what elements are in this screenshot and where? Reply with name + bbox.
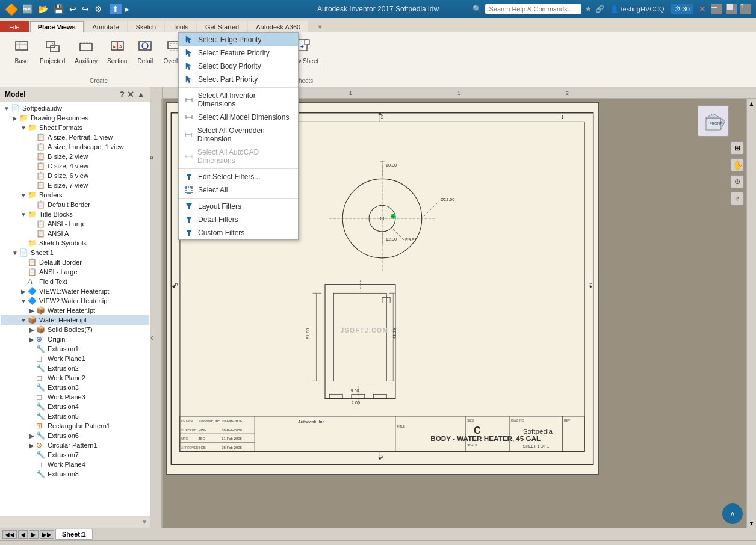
tree-item-work-plane1[interactable]: ◻ Work Plane1 bbox=[1, 354, 149, 363]
tree-item-work-plane4[interactable]: ◻ Work Plane4 bbox=[1, 460, 149, 469]
projected-button[interactable]: Projected bbox=[36, 36, 69, 67]
tree-item-drawing-resources[interactable]: ▶ 📁 Drawing Resources bbox=[1, 113, 149, 123]
tree-item-rect-pattern[interactable]: ⊞ Rectangular Pattern1 bbox=[1, 421, 149, 431]
tree-item-extrusion7[interactable]: 🔧 Extrusion7 bbox=[1, 450, 149, 460]
tree-item-circ-pattern[interactable]: ▶ ⊙ Circular Pattern1 bbox=[1, 440, 149, 450]
tree-item-field-text[interactable]: A Field Text bbox=[1, 277, 149, 286]
help-icon[interactable]: ? bbox=[120, 90, 125, 99]
menu-select-all-model[interactable]: Select All Model Dimensions bbox=[179, 111, 298, 124]
tree-item-title-blocks[interactable]: ▼ 📁 Title Blocks bbox=[1, 209, 149, 219]
restore-btn[interactable]: ⬜ bbox=[726, 4, 737, 14]
pattern-icon: ⊞ bbox=[36, 422, 46, 430]
svg-text:JSOFTJ.COM: JSOFTJ.COM bbox=[341, 327, 389, 334]
tree-item-solid-bodies[interactable]: ▶ 📦 Solid Bodies(7) bbox=[1, 325, 149, 334]
tree-item-extrusion2[interactable]: 🔧 Extrusion2 bbox=[1, 363, 149, 373]
tab-a360[interactable]: Autodesk A360 bbox=[248, 21, 308, 32]
tree-item-b-size[interactable]: 📋 B size, 2 view bbox=[1, 152, 149, 161]
tree-item-default-border[interactable]: 📋 Default Border bbox=[1, 200, 149, 209]
tree-item-work-plane2[interactable]: ◻ Work Plane2 bbox=[1, 373, 149, 383]
tree-item-water-heater2[interactable]: ▼ 📦 Water Heater.ipt bbox=[1, 315, 149, 325]
tree-item-d-size[interactable]: 📋 D size, 6 view bbox=[1, 171, 149, 180]
menu-select-all[interactable]: Select All bbox=[179, 183, 298, 197]
auxiliary-icon bbox=[78, 38, 94, 57]
right-scrollbar[interactable]: ▲ ▼ bbox=[746, 99, 756, 528]
tree-item-extrusion8[interactable]: 🔧 Extrusion8 bbox=[1, 469, 149, 479]
tree-item-sheet1[interactable]: ▼ 📄 Sheet:1 bbox=[1, 248, 149, 257]
section-button[interactable]: AA Section bbox=[104, 36, 131, 67]
menu-detail-filters[interactable]: Detail Filters bbox=[179, 213, 298, 226]
tree-item-a-landscape[interactable]: 📋 A size, Landscape, 1 view bbox=[1, 142, 149, 152]
section-icon: AA bbox=[110, 38, 125, 57]
workplane-icon: ◻ bbox=[36, 374, 46, 382]
menu-select-edge-priority[interactable]: Select Edge Priority bbox=[179, 33, 298, 46]
undo-btn[interactable]: ↩ bbox=[67, 3, 78, 15]
tree-item-sheet-formats[interactable]: ▼ 📁 Sheet Formats bbox=[1, 123, 149, 132]
close-panel-icon[interactable]: ✕ bbox=[127, 90, 134, 99]
open-btn[interactable]: 📂 bbox=[36, 3, 50, 15]
help-btn[interactable]: ? bbox=[740, 4, 751, 14]
tree-item-c-size[interactable]: 📋 C size, 4 view bbox=[1, 161, 149, 171]
nav-cube[interactable]: FRONT bbox=[698, 105, 729, 137]
tree-item-softpedia[interactable]: ▼ 📄 Softpedia.idw bbox=[1, 103, 149, 113]
tree-item-ansi-large[interactable]: 📋 ANSI - Large bbox=[1, 219, 149, 229]
sheet-tab-1[interactable]: Sheet:1 bbox=[55, 529, 93, 540]
save-btn[interactable]: 💾 bbox=[52, 3, 66, 15]
tree-item-ansi-large2[interactable]: 📋 ANSI - Large bbox=[1, 267, 149, 277]
menu-select-body-priority[interactable]: Select Body Priority bbox=[179, 60, 298, 73]
base-button[interactable]: Base bbox=[10, 36, 34, 67]
search-input[interactable] bbox=[485, 4, 581, 14]
sheet-nav-prev[interactable]: ◀ bbox=[18, 530, 28, 539]
tab-file[interactable]: File bbox=[0, 21, 29, 32]
tree-item-sketch-symbols[interactable]: 📁 Sketch Symbols bbox=[1, 238, 149, 248]
sheet-nav-left[interactable]: ◀◀ bbox=[2, 530, 17, 539]
menu-select-feature-priority[interactable]: Select Feature Priority bbox=[179, 46, 298, 60]
menu-layout-filters[interactable]: Layout Filters bbox=[179, 200, 298, 213]
sheet-nav-last[interactable]: ▶▶ bbox=[40, 530, 54, 539]
select-btn[interactable]: ⬆ bbox=[110, 4, 122, 14]
new-btn[interactable]: 🆕 bbox=[20, 3, 34, 15]
tree-item-default-border2[interactable]: 📋 Default Border bbox=[1, 257, 149, 267]
svg-text:43.29: 43.29 bbox=[392, 328, 397, 339]
menu-edit-select-filters[interactable]: Edit Select Filters... bbox=[179, 170, 298, 183]
tree-item-e-size[interactable]: 📋 E size, 7 view bbox=[1, 180, 149, 190]
cursor-icon bbox=[184, 35, 194, 44]
tree-item-view2[interactable]: ▼ 🔷 VIEW2:Water Heater.ipt bbox=[1, 296, 149, 306]
tree-item-a-portrait[interactable]: 📋 A size, Portrait, 1 view bbox=[1, 132, 149, 142]
tree-item-borders[interactable]: ▼ 📁 Borders bbox=[1, 190, 149, 200]
zoom-all-btn[interactable]: ⊞ bbox=[731, 141, 744, 155]
zoom-in-btn[interactable]: ✋ bbox=[731, 158, 744, 171]
tree-item-view1[interactable]: ▶ 🔷 VIEW1:Water Heater.ipt bbox=[1, 286, 149, 296]
menu-select-all-inventor[interactable]: Select All Inventor Dimensions bbox=[179, 89, 298, 111]
detail-button[interactable]: Detail bbox=[133, 36, 157, 67]
orbit-btn[interactable]: ↺ bbox=[731, 192, 744, 205]
menu-select-all-overridden[interactable]: Select All Overridden Dimension bbox=[179, 124, 298, 146]
tab-sketch[interactable]: Sketch bbox=[128, 21, 164, 32]
tree-item-extrusion4[interactable]: 🔧 Extrusion4 bbox=[1, 402, 149, 411]
tree-item-water-heater1[interactable]: ▶ 📦 Water Heater.ipt bbox=[1, 306, 149, 315]
tab-extra[interactable]: ▼ bbox=[309, 22, 330, 32]
close-x-btn[interactable]: ✕ bbox=[697, 3, 708, 15]
tree-item-work-plane3[interactable]: ◻ Work Plane3 bbox=[1, 392, 149, 402]
minimize-btn[interactable]: — bbox=[711, 4, 722, 14]
tab-annotate[interactable]: Annotate bbox=[85, 21, 127, 32]
settings-icon[interactable]: ⚙ bbox=[93, 3, 104, 15]
expand-panel-icon[interactable]: ▲ bbox=[137, 90, 145, 99]
tree-item-ansi-a[interactable]: 📋 ANSI A bbox=[1, 229, 149, 238]
redo-btn[interactable]: ↪ bbox=[80, 3, 91, 15]
tree-item-origin[interactable]: ▶ ⊕ Origin bbox=[1, 334, 149, 344]
tree-item-extrusion5[interactable]: 🔧 Extrusion5 bbox=[1, 411, 149, 421]
expand-icon: ▼ bbox=[19, 317, 28, 324]
sheet-nav-next[interactable]: ▶ bbox=[29, 530, 39, 539]
tab-get-started[interactable]: Get Started bbox=[197, 21, 247, 32]
pan-btn[interactable]: ⊕ bbox=[731, 175, 744, 188]
menu-select-part-priority[interactable]: Select Part Priority bbox=[179, 73, 298, 86]
tree-item-extrusion1[interactable]: 🔧 Extrusion1 bbox=[1, 344, 149, 354]
tab-tools[interactable]: Tools bbox=[165, 21, 196, 32]
menu-custom-filters[interactable]: Custom Filters bbox=[179, 226, 298, 239]
user-account[interactable]: 👤 testingHVCCQ bbox=[608, 4, 666, 14]
auxiliary-button[interactable]: Auxiliary bbox=[71, 36, 101, 67]
tree-item-extrusion3[interactable]: 🔧 Extrusion3 bbox=[1, 383, 149, 392]
more-btn[interactable]: ▸ bbox=[123, 3, 131, 15]
tree-item-extrusion6[interactable]: ▶ 🔧 Extrusion6 bbox=[1, 431, 149, 440]
tab-place-views[interactable]: Place Views bbox=[30, 21, 84, 32]
